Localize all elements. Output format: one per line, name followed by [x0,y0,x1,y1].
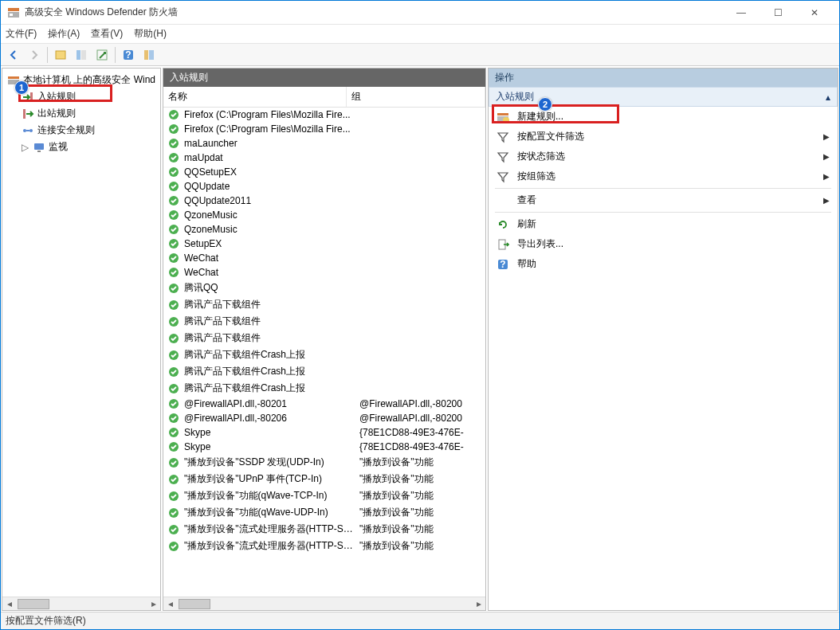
rule-row[interactable]: maLauncher [163,136,485,151]
action-filter-group[interactable]: 按组筛选 ▶ [489,166,838,186]
rule-name: @FirewallAPI.dll,-80201 [184,398,355,409]
svg-point-15 [23,129,26,132]
toolbar-separator [115,47,116,63]
rule-row[interactable]: "播放到设备"UPnP 事件(TCP-In)"播放到设备"功能 [163,471,485,487]
toolbar-separator [47,47,48,63]
rule-name: QQUpdate2011 [184,195,355,206]
expand-icon[interactable]: ▷ [22,142,29,153]
action-view[interactable]: 查看 ▶ [489,190,838,210]
col-group[interactable]: 组 [347,87,485,107]
rule-name: 腾讯QQ [184,281,355,295]
menu-help[interactable]: 帮助(H) [134,27,167,41]
svg-rect-17 [34,143,44,150]
rule-row[interactable]: Skype{78E1CD88-49E3-476E- [163,440,485,454]
rule-row[interactable]: SetupEX [163,237,485,251]
svg-rect-4 [77,50,80,60]
rules-hscroll[interactable]: ◂▸ [163,597,485,610]
menu-file[interactable]: 文件(F) [6,27,37,41]
rule-row[interactable]: QQUpdate [163,179,485,194]
rule-group: {78E1CD88-49E3-476E- [359,427,481,438]
rule-row[interactable]: QzoneMusic [163,208,485,222]
action-help[interactable]: ? 帮助 [489,254,838,274]
monitor-icon [33,141,45,154]
toolbar-icon-1[interactable] [51,45,70,65]
toolbar-icon-2[interactable] [72,45,91,65]
rule-row[interactable]: 腾讯产品下载组件 [163,313,485,330]
toolbar-icon-5[interactable] [139,45,159,65]
minimize-button[interactable]: — [723,1,760,25]
action-export[interactable]: 导出列表... [489,234,838,254]
allow-icon [168,333,179,344]
action-refresh[interactable]: 刷新 [489,214,838,234]
rule-name: 腾讯产品下载组件Crash上报 [184,365,355,378]
allow-icon [168,195,179,206]
svg-text:?: ? [125,49,131,61]
rule-row[interactable]: WeChat [163,251,485,265]
rule-row[interactable]: @FirewallAPI.dll,-80206@FirewallAPI.dll,… [163,411,485,425]
tree-monitor[interactable]: ▷ 监视 [4,139,159,155]
rule-row[interactable]: "播放到设备"流式处理服务器(HTTP-Stre..."播放到设备"功能 [163,538,485,554]
menu-view[interactable]: 查看(V) [91,27,123,41]
rule-name: QQUpdate [184,181,355,192]
allow-icon [168,383,179,394]
action-filter-group-label: 按组筛选 [517,170,555,183]
rule-row[interactable]: 腾讯产品下载组件 [163,330,485,346]
allow-icon [168,491,179,502]
rule-row[interactable]: "播放到设备"功能(qWave-TCP-In)"播放到设备"功能 [163,487,485,504]
tree-connsec[interactable]: 连接安全规则 [4,122,159,139]
action-filter-profile[interactable]: 按配置文件筛选 ▶ [489,127,838,147]
svg-point-50 [503,117,509,123]
outbound-icon [22,108,34,120]
rule-row[interactable]: "播放到设备"流式处理服务器(HTTP-Stre..."播放到设备"功能 [163,521,485,538]
rule-row[interactable]: 腾讯产品下载组件Crash上报 [163,363,485,380]
annotation-badge-2: 2 [538,97,552,112]
rule-row[interactable]: @FirewallAPI.dll,-80201@FirewallAPI.dll,… [163,397,485,411]
window-title: 高级安全 Windows Defender 防火墙 [25,6,723,19]
rules-list[interactable]: Firefox (C:\Program Files\Mozilla Fire..… [163,108,485,597]
allow-icon [168,474,179,485]
rule-name: maLauncher [184,138,355,149]
back-button[interactable] [4,45,23,65]
rule-name: Firefox (C:\Program Files\Mozilla Fire..… [184,109,355,120]
rule-row[interactable]: QQSetupEX [163,165,485,179]
collapse-icon[interactable]: ▴ [826,92,830,103]
rule-group: @FirewallAPI.dll,-80200 [359,413,481,424]
rule-name: "播放到设备"流式处理服务器(HTTP-Stre... [184,522,355,536]
rule-name: WeChat [184,252,355,264]
rule-row[interactable]: 腾讯QQ [163,280,485,296]
rule-row[interactable]: Skype{78E1CD88-49E3-476E- [163,425,485,440]
rule-row[interactable]: QQUpdate2011 [163,194,485,208]
rule-row[interactable]: maUpdat [163,151,485,165]
rule-row[interactable]: 腾讯产品下载组件 [163,296,485,313]
rule-name: QzoneMusic [184,224,355,235]
tree-outbound[interactable]: 出站规则 [4,105,159,122]
toolbar-icon-3[interactable] [92,45,112,65]
rule-name: QQSetupEX [184,166,355,178]
rule-row[interactable]: 腾讯产品下载组件Crash上报 [163,380,485,397]
rule-row[interactable]: WeChat [163,265,485,280]
tree-hscroll[interactable]: ◂▸ [2,597,160,610]
separator [495,188,831,189]
rule-row[interactable]: "播放到设备"功能(qWave-UDP-In)"播放到设备"功能 [163,504,485,521]
allow-icon [168,224,179,235]
allow-icon [168,398,179,409]
rule-group: "播放到设备"功能 [359,506,481,519]
filter-icon [497,170,509,183]
content-area: 本地计算机 上的高级安全 Wind 入站规则 出站规则 连接安全规则 ▷ [1,66,839,612]
rule-row[interactable]: "播放到设备"SSDP 发现(UDP-In)"播放到设备"功能 [163,454,485,471]
rule-row[interactable]: Firefox (C:\Program Files\Mozilla Fire..… [163,108,485,122]
action-filter-state[interactable]: 按状态筛选 ▶ [489,147,838,166]
rule-row[interactable]: 腾讯产品下载组件Crash上报 [163,346,485,363]
rule-row[interactable]: Firefox (C:\Program Files\Mozilla Fire..… [163,122,485,136]
menu-action[interactable]: 操作(A) [48,27,80,41]
svg-rect-9 [144,50,148,60]
rule-row[interactable]: QzoneMusic [163,222,485,237]
col-name[interactable]: 名称 [163,87,347,107]
close-button[interactable]: ✕ [796,1,833,25]
forward-button[interactable] [25,45,44,65]
rule-name: 腾讯产品下载组件 [184,298,355,311]
maximize-button[interactable]: ☐ [760,1,796,25]
svg-rect-3 [56,51,65,59]
help-icon[interactable]: ? [119,45,138,65]
chevron-right-icon: ▶ [823,152,830,161]
